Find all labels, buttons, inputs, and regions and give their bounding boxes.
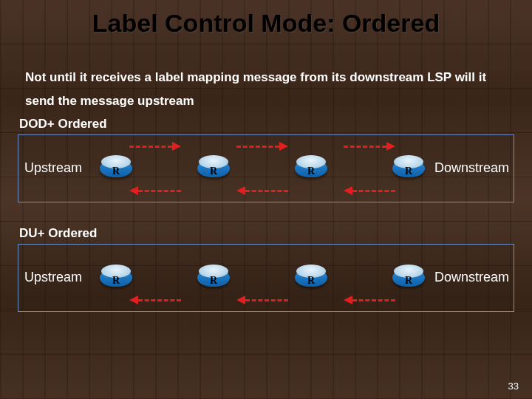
slide-title: Label Control Mode: Ordered xyxy=(0,0,532,38)
description-text: Not until it receives a label mapping me… xyxy=(25,66,511,114)
arrow-left-icon xyxy=(344,187,395,194)
arrow-left-icon xyxy=(129,187,181,194)
router-icon: R xyxy=(295,263,327,293)
du-reply-arrows xyxy=(129,296,395,304)
router-label: R xyxy=(197,275,230,287)
router-label: R xyxy=(295,166,327,177)
du-upstream-label: Upstream xyxy=(24,270,82,285)
arrow-left-icon xyxy=(129,296,181,304)
du-panel: Upstream Downstream R R R R xyxy=(18,244,514,312)
arrow-left-icon xyxy=(236,187,288,194)
router-icon: R xyxy=(100,154,132,183)
router-label: R xyxy=(392,275,425,287)
dod-reply-arrows xyxy=(129,187,395,194)
du-section-label: DU+ Ordered xyxy=(19,226,532,241)
router-icon: R xyxy=(392,263,425,293)
page-number: 33 xyxy=(508,381,519,392)
dod-section-label: DOD+ Ordered xyxy=(19,117,532,132)
router-label: R xyxy=(295,275,327,287)
router-icon: R xyxy=(295,154,327,183)
router-label: R xyxy=(197,166,230,177)
arrow-left-icon xyxy=(236,296,288,304)
router-icon: R xyxy=(100,263,132,293)
dod-panel: Upstream Downstream R R R R xyxy=(18,134,514,202)
dod-upstream-label: Upstream xyxy=(24,160,82,176)
dod-downstream-label: Downstream xyxy=(434,160,509,176)
du-downstream-label: Downstream xyxy=(434,270,509,285)
router-icon: R xyxy=(392,154,425,183)
router-label: R xyxy=(100,275,132,287)
arrow-left-icon xyxy=(344,296,395,304)
router-label: R xyxy=(392,166,425,177)
router-label: R xyxy=(100,166,132,177)
router-icon: R xyxy=(197,263,230,293)
router-icon: R xyxy=(197,154,230,183)
